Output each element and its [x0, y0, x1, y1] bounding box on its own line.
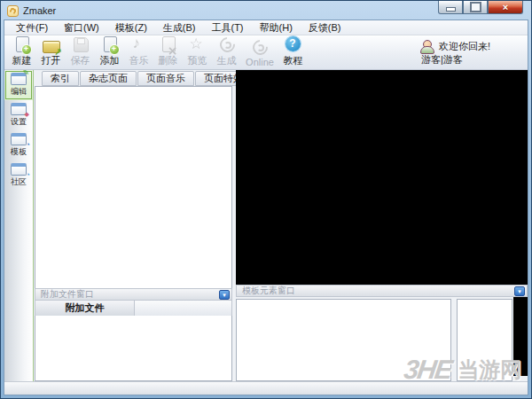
tutorial-button[interactable]: 教程: [278, 36, 308, 69]
template-elements-dropdown-icon[interactable]: ▼: [514, 286, 525, 296]
right-column: 模板元素窗口 ▼: [236, 70, 528, 381]
status-bar: [4, 381, 528, 395]
delete-button: 删除: [153, 36, 183, 69]
welcome-text: 欢迎你回来!: [439, 40, 490, 53]
add-button-label: 添加: [100, 54, 120, 67]
attachments-panel-title: 附加文件窗口: [41, 288, 94, 301]
user-area: 欢迎你回来! 游客|游客: [419, 36, 528, 69]
open-button[interactable]: 打开: [36, 36, 66, 69]
menu-generate[interactable]: 生成(B): [155, 20, 204, 35]
menu-template[interactable]: 模板(Z): [107, 20, 155, 35]
left-column: 索引 杂志页面 页面音乐 页面特效 1 附加文件窗口 ▼ 附加文件: [35, 70, 232, 381]
online-button-label: Online: [246, 57, 274, 67]
music-button-label: 音乐: [129, 54, 149, 67]
add-button[interactable]: 添加: [95, 36, 124, 69]
attachments-panel: 附加文件窗口 ▼ 附加文件: [35, 288, 232, 381]
new-button[interactable]: 新建: [7, 36, 36, 69]
window-frame: Zmaker × 文件(F) 窗口(W) 模板(Z) 生成(B) 工具(T) 帮…: [0, 0, 532, 399]
tutorial-icon: [284, 36, 303, 53]
settings-icon: [11, 103, 27, 115]
open-folder-icon: [42, 36, 61, 53]
sidebar-tab-template-label: 模板: [11, 146, 27, 158]
tab-page-music[interactable]: 页面音乐: [137, 71, 194, 86]
close-button[interactable]: ×: [488, 1, 523, 14]
edit-icon: [11, 73, 27, 85]
user-avatar-icon: [419, 40, 434, 53]
tutorial-button-label: 教程: [284, 54, 303, 67]
online-button: Online: [241, 36, 278, 69]
zmaker-window: Zmaker × 文件(F) 窗口(W) 模板(Z) 生成(B) 工具(T) 帮…: [0, 0, 532, 399]
menu-bar: 文件(F) 窗口(W) 模板(Z) 生成(B) 工具(T) 帮助(H) 反馈(B…: [4, 20, 528, 35]
sidebar-tab-settings[interactable]: 设置: [4, 100, 33, 130]
attachments-list-area[interactable]: [35, 316, 232, 381]
music-button: 音乐: [124, 36, 153, 69]
toolbar: 新建 打开 保存 添加 音乐: [4, 35, 528, 70]
minimize-button[interactable]: [438, 1, 463, 14]
music-icon: [129, 36, 149, 53]
left-tab-strip: 编辑 设置 模板 社区: [4, 70, 34, 381]
sidebar-tab-edit[interactable]: 编辑: [4, 70, 33, 100]
template-elements-side-panel[interactable]: [457, 299, 512, 381]
add-page-icon: [100, 36, 120, 53]
attachments-panel-header: 附加文件窗口 ▼: [35, 288, 232, 301]
account-text[interactable]: 游客|游客: [419, 53, 490, 66]
preview-overflow-area: [513, 297, 528, 376]
menu-help[interactable]: 帮助(H): [252, 20, 301, 35]
attachments-tab-row: 附加文件: [35, 301, 232, 316]
page-list-area[interactable]: [35, 86, 232, 288]
generate-button: 生成: [212, 36, 241, 69]
community-icon: [11, 163, 27, 176]
attachments-tab[interactable]: 附加文件: [35, 301, 135, 316]
online-icon: [250, 39, 270, 56]
save-icon: [71, 36, 90, 53]
new-button-label: 新建: [12, 54, 32, 67]
attachments-dropdown-icon[interactable]: ▼: [219, 290, 230, 300]
template-elements-row: [236, 297, 528, 381]
page-tab-bar: 索引 杂志页面 页面音乐 页面特效 1: [35, 70, 232, 86]
preview-star-icon: [188, 36, 207, 53]
template-elements-title: 模板元素窗口: [242, 285, 295, 297]
template-elements-list[interactable]: [236, 299, 451, 381]
app-logo-icon: [7, 5, 19, 17]
preview-button-label: 预览: [188, 54, 207, 67]
menu-window[interactable]: 窗口(W): [56, 20, 107, 35]
window-title: Zmaker: [23, 5, 56, 16]
menu-feedback[interactable]: 反馈(B): [301, 20, 349, 35]
main-content: 编辑 设置 模板 社区: [4, 70, 528, 381]
maximize-button[interactable]: [463, 1, 488, 14]
sidebar-tab-template[interactable]: 模板: [4, 130, 33, 160]
preview-button: 预览: [183, 36, 212, 69]
tab-magazine-pages[interactable]: 杂志页面: [80, 71, 137, 86]
tab-index[interactable]: 索引: [42, 71, 79, 86]
magazine-preview-canvas[interactable]: [236, 70, 528, 285]
window-controls: ×: [438, 1, 523, 14]
menu-file[interactable]: 文件(F): [8, 20, 56, 35]
new-document-icon: [12, 36, 32, 53]
save-button: 保存: [66, 36, 95, 69]
app-body: 文件(F) 窗口(W) 模板(Z) 生成(B) 工具(T) 帮助(H) 反馈(B…: [4, 20, 528, 395]
template-icon: [11, 133, 27, 145]
generate-icon: [217, 36, 237, 53]
sidebar-tab-community[interactable]: 社区: [4, 160, 33, 191]
delete-icon: [159, 36, 178, 53]
sidebar-tab-edit-label: 编辑: [11, 86, 27, 98]
menu-tools[interactable]: 工具(T): [203, 20, 251, 35]
template-elements-header: 模板元素窗口 ▼: [236, 285, 528, 297]
generate-button-label: 生成: [217, 54, 237, 67]
sidebar-tab-community-label: 社区: [11, 176, 27, 188]
save-button-label: 保存: [71, 54, 90, 67]
